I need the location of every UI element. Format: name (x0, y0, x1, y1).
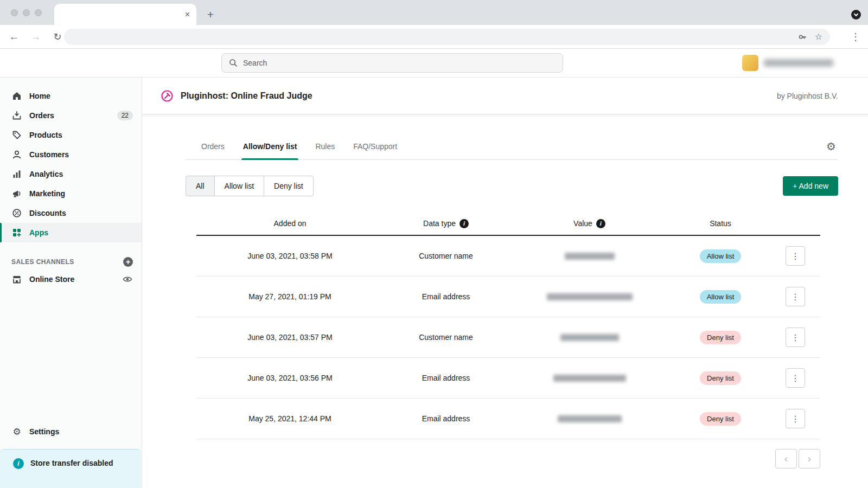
info-icon[interactable]: i (459, 219, 469, 228)
pluginhost-app-icon (161, 89, 174, 102)
status-cell: Allow list (671, 249, 770, 263)
sidebar-item-products[interactable]: Products (0, 125, 142, 145)
row-actions-button[interactable]: ⋮ (786, 287, 805, 306)
status-badge: Deny list (700, 412, 741, 426)
sidebar-item-analytics[interactable]: Analytics (0, 164, 142, 184)
row-actions-button[interactable]: ⋮ (786, 328, 805, 347)
address-bar[interactable]: ☆ (64, 29, 830, 45)
forward-button[interactable]: → (29, 31, 42, 43)
browser-toolbar: ← → ↻ ☆ ⋮ (0, 25, 868, 49)
window-minimize-button[interactable] (23, 9, 30, 16)
store-transfer-banner[interactable]: i Store transfer disabled (0, 449, 141, 488)
app-byline: by Pluginhost B.V. (777, 92, 838, 100)
tag-icon (11, 130, 22, 140)
orders-icon (11, 110, 22, 121)
tab-faq-support[interactable]: FAQ/Support (344, 133, 406, 159)
tab-close-icon[interactable]: × (185, 10, 190, 19)
pagination-prev-button[interactable]: ‹ (775, 449, 797, 468)
value-redacted (558, 415, 622, 422)
table-row: June 03, 2021, 03:58 PM Customer name Al… (196, 236, 820, 277)
add-new-button[interactable]: + Add new (783, 176, 838, 196)
column-header-status: Status (671, 219, 770, 228)
tab-allow-deny-list[interactable]: Allow/Deny list (234, 133, 307, 159)
browser-tab[interactable]: × (54, 4, 196, 25)
info-icon: i (13, 458, 24, 469)
added-on-cell: June 03, 2021, 03:57 PM (196, 333, 384, 342)
sidebar-item-orders[interactable]: Orders 22 (0, 106, 142, 125)
data-type-cell: Email address (384, 414, 508, 423)
address-input[interactable] (64, 29, 797, 45)
status-badge: Deny list (700, 331, 741, 344)
tab-search-button[interactable] (851, 10, 861, 20)
data-type-cell: Customer name (384, 252, 508, 260)
new-tab-button[interactable]: + (203, 7, 218, 22)
value-cell (508, 375, 671, 382)
sidebar-item-discounts[interactable]: Discounts (0, 203, 142, 223)
status-badge: Allow list (700, 290, 742, 304)
store-name-redacted (764, 59, 833, 67)
key-icon[interactable] (797, 32, 807, 42)
bookmark-star-icon[interactable]: ☆ (815, 33, 822, 41)
gear-icon: ⚙ (11, 426, 22, 438)
allow-deny-table: Added on Data type i Value i Status June… (196, 212, 820, 439)
row-actions-button[interactable]: ⋮ (786, 368, 805, 388)
added-on-cell: June 03, 2021, 03:58 PM (196, 252, 384, 260)
search-input[interactable] (243, 59, 556, 67)
window-controls (11, 9, 42, 16)
sales-channels-header: SALES CHANNELS + (0, 254, 142, 269)
table-header-row: Added on Data type i Value i Status (196, 212, 820, 236)
value-redacted (565, 253, 615, 260)
added-on-cell: June 03, 2021, 03:56 PM (196, 374, 384, 382)
sidebar-item-apps[interactable]: Apps (0, 223, 142, 242)
orders-count-badge: 22 (117, 111, 133, 120)
info-icon[interactable]: i (596, 219, 605, 228)
window-zoom-button[interactable] (35, 9, 42, 16)
add-sales-channel-button[interactable]: + (123, 257, 133, 267)
sidebar-item-home[interactable]: Home (0, 86, 142, 106)
sidebar: Home Orders 22 Products Customers Analyt… (0, 78, 142, 488)
value-cell (508, 415, 671, 422)
sidebar-item-marketing[interactable]: Marketing (0, 184, 142, 203)
sidebar-item-customers[interactable]: Customers (0, 145, 142, 164)
value-redacted (560, 334, 619, 341)
admin-search[interactable] (221, 53, 563, 73)
card-top-shadow (142, 114, 868, 118)
value-redacted (553, 375, 626, 382)
tab-rules[interactable]: Rules (306, 133, 344, 159)
status-cell: Deny list (671, 331, 770, 344)
status-cell: Allow list (671, 290, 770, 304)
browser-menu-button[interactable]: ⋮ (848, 25, 863, 49)
table-row: June 03, 2021, 03:56 PM Email address De… (196, 358, 820, 399)
reload-button[interactable]: ↻ (51, 31, 64, 43)
app-tabs: Orders Allow/Deny list Rules FAQ/Support… (186, 133, 838, 160)
list-filter-segmented: All Allow list Deny list (186, 176, 314, 196)
search-icon (228, 58, 238, 68)
sidebar-item-online-store[interactable]: Online Store (0, 269, 142, 289)
avatar (742, 55, 758, 71)
person-icon (11, 149, 22, 160)
row-actions-button[interactable]: ⋮ (786, 246, 805, 266)
tab-orders[interactable]: Orders (192, 133, 234, 159)
pagination: ‹ › (196, 449, 820, 479)
account-menu[interactable] (742, 55, 833, 71)
filter-allow-list-button[interactable]: Allow list (214, 176, 264, 196)
eye-icon[interactable] (122, 274, 133, 285)
pagination-next-button[interactable]: › (799, 449, 820, 468)
table-row: May 25, 2021, 12:44 PM Email address Den… (196, 399, 820, 439)
page-title: Pluginhost: Online Fraud Judge (181, 91, 312, 101)
bar-chart-icon (11, 169, 22, 179)
row-actions-button[interactable]: ⋮ (786, 409, 805, 428)
filter-all-button[interactable]: All (186, 176, 215, 196)
data-type-cell: Customer name (384, 333, 508, 342)
window-close-button[interactable] (11, 9, 18, 16)
value-cell (508, 253, 671, 260)
sidebar-item-settings[interactable]: ⚙ Settings (0, 422, 141, 441)
table-row: May 27, 2021, 01:19 PM Email address All… (196, 277, 820, 317)
app-header: Pluginhost: Online Fraud Judge by Plugin… (142, 78, 868, 114)
back-button[interactable]: ← (8, 31, 21, 43)
data-type-cell: Email address (384, 292, 508, 301)
discount-icon (11, 208, 22, 219)
settings-gear-icon[interactable]: ⚙ (826, 133, 838, 159)
column-header-added-on: Added on (196, 219, 384, 228)
filter-deny-list-button[interactable]: Deny list (264, 176, 314, 196)
